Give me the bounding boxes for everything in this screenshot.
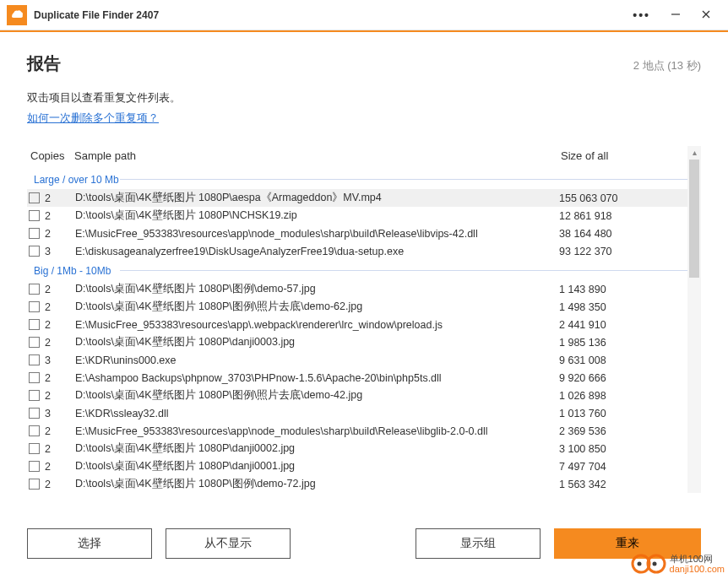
row-size: 1 985 136 xyxy=(559,337,686,349)
more-button[interactable]: ••• xyxy=(622,3,660,27)
titlebar: Duplicate File Finder 2407 ••• xyxy=(0,0,728,30)
table-row[interactable]: 3E:\diskusageanalyzerfree19\DiskUsageAna… xyxy=(27,242,687,260)
row-copies: 3 xyxy=(45,246,75,257)
row-copies: 2 xyxy=(45,319,75,331)
row-size: 2 369 536 xyxy=(559,425,686,437)
col-path[interactable]: Sample path xyxy=(74,149,561,162)
row-path: D:\tools\桌面\4K壁纸图片 1080P\NCHSK19.zip xyxy=(75,208,559,223)
row-checkbox[interactable] xyxy=(29,354,40,365)
row-path: D:\tools\桌面\4K壁纸图片 1080P\danji0003.jpg xyxy=(75,335,559,349)
row-checkbox[interactable] xyxy=(29,210,40,221)
table-row[interactable]: 2E:\Ashampoo Backups\phpnow_3703\PHPnow-… xyxy=(27,369,687,387)
row-copies: 2 xyxy=(45,461,75,473)
watermark-text-bottom: danji100.com xyxy=(670,564,725,574)
row-copies: 2 xyxy=(45,284,75,295)
row-checkbox[interactable] xyxy=(29,246,40,257)
row-copies: 2 xyxy=(45,210,75,222)
row-size: 1 026 898 xyxy=(559,390,686,402)
row-path: E:\Ashampoo Backups\phpnow_3703\PHPnow-1… xyxy=(75,372,559,384)
table-row[interactable]: 2D:\tools\桌面\4K壁纸图片 1080P\danji0001.jpg7… xyxy=(27,457,687,475)
row-size: 1 013 760 xyxy=(559,408,686,419)
col-size[interactable]: Size of all xyxy=(561,149,687,162)
table-row[interactable]: 2D:\tools\桌面\4K壁纸图片 1080P\图例\demo-72.jpg… xyxy=(27,475,687,493)
table-row[interactable]: 2D:\tools\桌面\4K壁纸图片 1080P\danji0002.jpg3… xyxy=(27,440,687,457)
table-row[interactable]: 3E:\KDR\ssleay32.dll1 013 760 xyxy=(27,404,687,422)
table-row[interactable]: 2E:\MusicFree_953383\resources\app\node_… xyxy=(27,422,687,440)
report-status: 2 地点 (13 秒) xyxy=(633,58,701,73)
row-checkbox[interactable] xyxy=(29,284,40,295)
row-checkbox[interactable] xyxy=(29,319,40,330)
row-path: E:\MusicFree_953383\resources\app\node_m… xyxy=(75,228,559,240)
row-path: D:\tools\桌面\4K壁纸图片 1080P\图例\照片去底\demo-62… xyxy=(75,300,559,314)
row-path: E:\diskusageanalyzerfree19\DiskUsageAnal… xyxy=(75,246,559,257)
table-row[interactable]: 2E:\MusicFree_953383\resources\app\node_… xyxy=(27,225,687,242)
row-copies: 2 xyxy=(45,390,75,402)
row-path: D:\tools\桌面\4K壁纸图片 1080P\图例\demo-72.jpg xyxy=(75,477,559,491)
table-row[interactable]: 2D:\tools\桌面\4K壁纸图片 1080P\NCHSK19.zip12 … xyxy=(27,207,687,225)
row-path: D:\tools\桌面\4K壁纸图片 1080P\图例\demo-57.jpg xyxy=(75,282,559,296)
close-button[interactable] xyxy=(691,3,721,27)
row-copies: 2 xyxy=(45,228,75,240)
row-checkbox[interactable] xyxy=(29,228,40,239)
row-checkbox[interactable] xyxy=(29,372,40,383)
row-checkbox[interactable] xyxy=(29,408,40,419)
table-row[interactable]: 2D:\tools\桌面\4K壁纸图片 1080P\aespa《Armagedd… xyxy=(27,189,687,207)
row-path: E:\KDR\unins000.exe xyxy=(75,354,559,366)
row-path: D:\tools\桌面\4K壁纸图片 1080P\aespa《Armageddo… xyxy=(75,191,559,205)
row-copies: 2 xyxy=(45,337,75,349)
row-copies: 3 xyxy=(45,408,75,419)
col-copies[interactable]: Copies xyxy=(27,149,74,162)
row-path: E:\MusicFree_953383\resources\app\node_m… xyxy=(75,425,559,437)
never-show-button[interactable]: 从不显示 xyxy=(166,528,291,559)
app-title: Duplicate File Finder 2407 xyxy=(34,9,159,21)
row-checkbox[interactable] xyxy=(29,301,40,312)
table-header: Copies Sample path Size of all xyxy=(27,146,687,169)
scrollbar[interactable]: ▴ xyxy=(687,146,701,493)
row-path: E:\KDR\ssleay32.dll xyxy=(75,408,559,419)
row-size: 3 100 850 xyxy=(559,443,686,455)
table-row[interactable]: 2D:\tools\桌面\4K壁纸图片 1080P\图例\demo-57.jpg… xyxy=(27,280,687,298)
footer-toolbar: 选择 从不显示 显示组 重来 xyxy=(27,528,701,559)
row-size: 38 164 480 xyxy=(559,228,686,240)
row-path: D:\tools\桌面\4K壁纸图片 1080P\danji0002.jpg xyxy=(75,441,559,456)
group-label: Big / 1Mb - 10Mb xyxy=(27,260,687,280)
row-size: 12 861 918 xyxy=(559,210,686,222)
row-size: 1 143 890 xyxy=(559,284,686,295)
table-row[interactable]: 2E:\MusicFree_953383\resources\app\.webp… xyxy=(27,316,687,333)
minimize-button[interactable] xyxy=(660,3,691,27)
svg-point-6 xyxy=(652,562,656,566)
row-checkbox[interactable] xyxy=(29,461,40,472)
row-copies: 3 xyxy=(45,354,75,366)
group-label: Large / over 10 Mb xyxy=(27,169,687,189)
row-copies: 2 xyxy=(45,372,75,384)
row-checkbox[interactable] xyxy=(29,390,40,401)
scroll-up-icon[interactable]: ▴ xyxy=(687,146,701,157)
row-copies: 2 xyxy=(45,479,75,490)
row-copies: 2 xyxy=(45,192,75,204)
row-checkbox[interactable] xyxy=(29,337,40,348)
row-size: 1 498 350 xyxy=(559,301,686,313)
watermark-icon xyxy=(631,552,668,576)
row-checkbox[interactable] xyxy=(29,192,40,203)
content-area: 报告 2 地点 (13 秒) 双击项目以查看重复文件列表。 如何一次删除多个重复… xyxy=(0,32,728,503)
row-size: 7 497 704 xyxy=(559,461,686,473)
row-size: 155 063 070 xyxy=(559,192,686,204)
show-group-button[interactable]: 显示组 xyxy=(416,528,541,559)
help-link[interactable]: 如何一次删除多个重复项？ xyxy=(27,111,159,126)
report-title: 报告 xyxy=(27,52,61,75)
table-row[interactable]: 2D:\tools\桌面\4K壁纸图片 1080P\图例\照片去底\demo-4… xyxy=(27,387,687,404)
scroll-thumb[interactable] xyxy=(689,160,699,278)
row-path: E:\MusicFree_953383\resources\app\.webpa… xyxy=(75,319,559,331)
row-size: 9 631 008 xyxy=(559,354,686,366)
table-row[interactable]: 2D:\tools\桌面\4K壁纸图片 1080P\danji0003.jpg1… xyxy=(27,333,687,351)
table-row[interactable]: 3E:\KDR\unins000.exe9 631 008 xyxy=(27,351,687,369)
row-checkbox[interactable] xyxy=(29,443,40,454)
results-table: Copies Sample path Size of all Large / o… xyxy=(27,146,687,493)
row-checkbox[interactable] xyxy=(29,425,40,436)
table-row[interactable]: 2D:\tools\桌面\4K壁纸图片 1080P\图例\照片去底\demo-6… xyxy=(27,298,687,316)
watermark-text-top: 单机100网 xyxy=(670,554,725,564)
row-size: 93 122 370 xyxy=(559,246,686,257)
row-checkbox[interactable] xyxy=(29,479,40,490)
select-button[interactable]: 选择 xyxy=(27,528,152,559)
row-size: 9 920 666 xyxy=(559,372,686,384)
